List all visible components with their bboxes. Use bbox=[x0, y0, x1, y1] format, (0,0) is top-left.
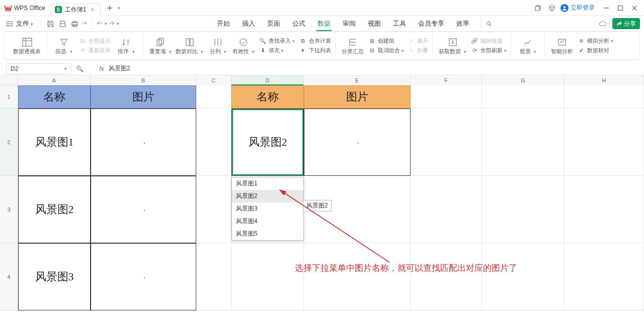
edit-link-button[interactable]: 🔗编辑链接 bbox=[470, 37, 507, 45]
pivot-table-button[interactable]: 数据透视表 bbox=[11, 37, 43, 55]
group-button[interactable]: ⊞创建组 bbox=[368, 37, 404, 45]
subtotal-button[interactable]: 分类汇总 bbox=[340, 37, 366, 55]
app-brand: WPS Office bbox=[14, 5, 45, 12]
menu-efficiency[interactable]: 效率 bbox=[450, 16, 475, 31]
svg-rect-0 bbox=[535, 7, 539, 11]
svg-rect-11 bbox=[190, 39, 193, 46]
close-button[interactable] bbox=[628, 2, 641, 15]
svg-rect-14 bbox=[558, 39, 566, 45]
name-box[interactable]: D2 ▾ bbox=[6, 63, 71, 74]
menu-insert[interactable]: 插入 bbox=[236, 16, 261, 31]
cloud-icon[interactable] bbox=[597, 18, 608, 29]
menu-start[interactable]: 开始 bbox=[211, 16, 236, 31]
spreadsheet: ABCDEFGH1名称图片名称图片2风景图1 风景图2 ▼ 3风景图24风景图3… bbox=[0, 75, 644, 316]
fill-button[interactable]: ⬇填充 ▾ bbox=[259, 47, 295, 54]
svg-rect-7 bbox=[23, 38, 32, 46]
redo-icon[interactable]: ▾ bbox=[108, 18, 119, 29]
window-restore-icon[interactable] bbox=[531, 2, 544, 15]
name-box-caret[interactable]: ▾ bbox=[64, 66, 67, 71]
wps-logo bbox=[4, 4, 12, 12]
minimize-button[interactable] bbox=[600, 2, 613, 15]
menu-page[interactable]: 页面 bbox=[261, 16, 286, 31]
tab-modified-dot bbox=[91, 8, 94, 11]
svg-point-12 bbox=[240, 39, 247, 46]
print-preview-icon[interactable] bbox=[57, 18, 68, 29]
menu-data[interactable]: 数据 bbox=[311, 16, 337, 31]
collapse-button[interactable]: ⤡折叠 bbox=[407, 47, 428, 54]
stock-button[interactable]: 股票 ▾ bbox=[515, 37, 540, 55]
dedup-button[interactable]: 重复项 ▾ bbox=[147, 37, 174, 55]
main-menus: 开始 插入 页面 公式 数据 审阅 视图 工具 会员专享 效率 bbox=[211, 16, 492, 31]
audit-button[interactable]: ✔数据校对 bbox=[577, 47, 613, 54]
undo-icon[interactable]: ▾ bbox=[96, 18, 107, 29]
consolidate-button[interactable]: ⧉合并计算 bbox=[299, 37, 331, 45]
svg-line-15 bbox=[280, 190, 389, 262]
titlebar: WPS Office S 工作簿1 ▾ 立即登录 bbox=[0, 0, 644, 16]
workbook-tab-title: 工作簿1 bbox=[65, 6, 87, 14]
formula-content[interactable]: 风景图2 bbox=[109, 64, 130, 73]
maximize-button[interactable] bbox=[614, 2, 627, 15]
menu-view[interactable]: 视图 bbox=[362, 16, 387, 31]
login-label: 立即登录 bbox=[571, 4, 595, 12]
reapply-button[interactable]: ⟲重新应用 bbox=[78, 47, 111, 54]
svg-point-1 bbox=[564, 6, 566, 8]
validity-button[interactable]: 有效性 ▾ bbox=[230, 37, 257, 55]
show-all-button[interactable]: ▤全部显示 bbox=[78, 37, 111, 45]
filter-button[interactable]: 筛选 ▾ bbox=[51, 37, 76, 55]
validate-compare-button[interactable]: 数据对比 ▾ bbox=[174, 37, 205, 55]
format-painter-icon[interactable] bbox=[81, 18, 92, 29]
svg-rect-10 bbox=[186, 39, 189, 46]
zoom-formula-icon[interactable]: 🔍 bbox=[74, 65, 85, 72]
cube-menu-icon[interactable] bbox=[545, 2, 558, 15]
menu-review[interactable]: 审阅 bbox=[337, 16, 362, 31]
workbook-tab[interactable]: S 工作簿1 bbox=[50, 3, 101, 16]
formula-bar: D2 ▾ 🔍 fx 风景图2 bbox=[0, 62, 644, 75]
login-button[interactable]: 立即登录 bbox=[560, 4, 595, 12]
file-menu[interactable]: 文件▾ bbox=[16, 19, 33, 28]
find-input-button[interactable]: 🔍查找录入 ▾ bbox=[259, 37, 295, 45]
fx-icon[interactable]: fx bbox=[97, 65, 107, 72]
ungroup-button[interactable]: ⊟取消组合 ▾ bbox=[368, 47, 404, 54]
avatar-icon bbox=[560, 4, 569, 12]
menu-tools[interactable]: 工具 bbox=[387, 16, 412, 31]
ribbon-data: 数据透视表 筛选 ▾ ▤全部显示 ⟲重新应用 排序 ▾ 重复项 ▾ 数据对比 ▾… bbox=[4, 31, 640, 60]
menu-member[interactable]: 会员专享 bbox=[412, 16, 450, 31]
annotation-arrow bbox=[0, 75, 644, 316]
split-button[interactable]: 分列 ▾ bbox=[205, 37, 230, 55]
print-icon[interactable] bbox=[69, 18, 80, 29]
save-icon[interactable] bbox=[45, 18, 56, 29]
tab-menu-caret[interactable]: ▾ bbox=[118, 6, 120, 11]
svg-rect-2 bbox=[618, 6, 623, 10]
search-icon[interactable] bbox=[480, 18, 492, 29]
menu-formula[interactable]: 公式 bbox=[286, 16, 311, 31]
get-data-button[interactable]: 获取数据 ▾ bbox=[437, 37, 468, 55]
svg-point-6 bbox=[487, 22, 490, 25]
sheets-icon: S bbox=[55, 6, 62, 13]
refresh-all-button[interactable]: ⟳全部刷新 ▾ bbox=[470, 47, 507, 54]
dropdown-list-button[interactable]: ▾下拉列表 bbox=[299, 47, 331, 54]
hamburger-icon[interactable] bbox=[6, 21, 13, 27]
file-menu-row: 文件▾ ▾ ▾ 开始 插入 页面 公式 数据 审阅 视图 工具 会员专享 效率 … bbox=[0, 16, 644, 31]
svg-rect-4 bbox=[73, 21, 76, 23]
ai-analysis-button[interactable]: 智能分析 bbox=[549, 37, 575, 55]
expand-button[interactable]: ⤢展开 bbox=[407, 37, 428, 45]
cell-ref: D2 bbox=[11, 65, 18, 72]
share-button[interactable]: 分享 bbox=[612, 18, 640, 29]
sort-button[interactable]: 排序 ▾ bbox=[114, 37, 139, 55]
new-tab-button[interactable] bbox=[104, 2, 116, 14]
share-label: 分享 bbox=[624, 20, 636, 28]
whatif-button[interactable]: ≋模拟分析 ▾ bbox=[577, 37, 613, 45]
